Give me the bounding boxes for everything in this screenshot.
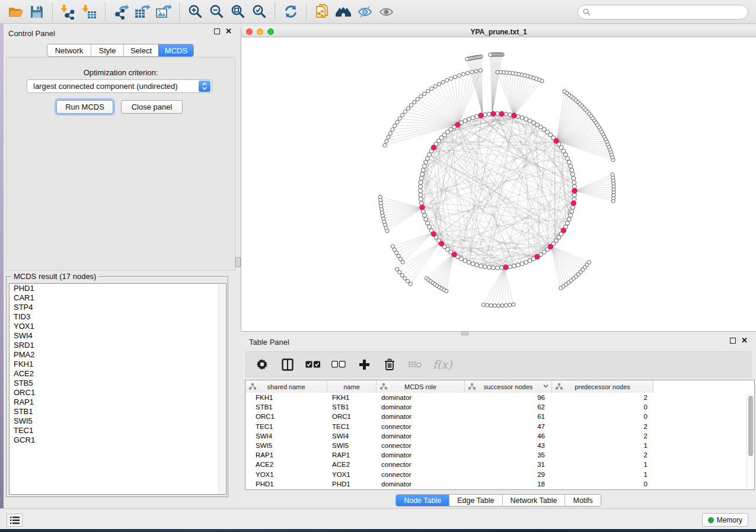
table-scrollbar[interactable] <box>747 393 754 489</box>
tab-network-table[interactable]: Network Table <box>502 495 565 506</box>
mcds-list-scrollbar[interactable] <box>218 284 225 495</box>
zoom-fit-icon[interactable] <box>227 2 248 22</box>
tab-style[interactable]: Style <box>91 44 123 56</box>
table-row[interactable]: SWI5SWI5connector431 <box>245 441 653 450</box>
mcds-result-item[interactable]: FKH1 <box>9 360 226 369</box>
mcds-result-item[interactable]: GCR1 <box>9 435 226 445</box>
table-row[interactable]: SWI4SWI4dominator462 <box>245 431 653 441</box>
split-view-icon[interactable] <box>280 357 295 372</box>
tab-edge-table[interactable]: Edge Table <box>449 495 502 506</box>
mcds-result-item[interactable]: STP4 <box>9 303 226 312</box>
float-table-panel-icon[interactable] <box>730 338 736 344</box>
mcds-result-item[interactable]: STB5 <box>9 379 226 388</box>
close-panel-button[interactable]: Close panel <box>121 100 183 114</box>
table-cell: 1 <box>552 441 653 450</box>
column-header-MCDS-role[interactable]: MCDS role <box>377 380 465 393</box>
delete-column-icon[interactable] <box>382 357 397 372</box>
export-image-icon[interactable] <box>153 2 174 22</box>
search-icon <box>583 8 591 16</box>
open-network-icon[interactable] <box>5 2 26 22</box>
search-input[interactable] <box>594 8 736 17</box>
table-cell: 35 <box>465 450 552 460</box>
task-history-button[interactable] <box>7 514 23 527</box>
tab-motifs[interactable]: Motifs <box>564 495 600 506</box>
tab-select[interactable]: Select <box>123 44 158 56</box>
network-canvas[interactable] <box>241 37 756 331</box>
table-cell: dominator <box>377 450 465 460</box>
minimize-window-icon[interactable] <box>257 28 263 35</box>
table-row[interactable]: PHD1PHD1dominator180 <box>245 479 653 489</box>
node-table-header: shared namenameMCDS rolesuccessor nodesp… <box>245 380 653 393</box>
add-column-icon[interactable] <box>356 357 372 372</box>
status-bar: Memory <box>0 508 756 529</box>
tab-node-table[interactable]: Node Table <box>396 495 449 506</box>
column-header-successor-nodes[interactable]: successor nodes <box>465 380 552 393</box>
mcds-result-item[interactable]: SWI5 <box>9 416 226 426</box>
table-scrollbar-thumb[interactable] <box>748 396 753 456</box>
mcds-result-item[interactable]: PHD1 <box>9 284 226 293</box>
export-table-icon[interactable] <box>132 2 153 22</box>
zoom-out-icon[interactable] <box>206 2 227 22</box>
table-cell: 29 <box>465 470 552 479</box>
memory-button[interactable]: Memory <box>702 513 748 527</box>
mcds-result-item[interactable]: TID3 <box>9 312 226 322</box>
search-network-icon[interactable] <box>333 2 354 22</box>
mcds-result-list[interactable]: PHD1CAR1STP4TID3YOX1SWI4SRD1PMA2FKH1ACE2… <box>9 283 227 495</box>
network-titlebar[interactable]: YPA_prune.txt_1 <box>241 27 756 37</box>
network-window-title: YPA_prune.txt_1 <box>241 27 756 37</box>
mcds-result-item[interactable]: SWI4 <box>9 331 226 341</box>
criterion-dropdown[interactable]: largest connected component (undirected) <box>27 79 212 93</box>
mcds-result-item[interactable]: CAR1 <box>9 293 226 303</box>
column-header-name[interactable]: name <box>327 380 377 393</box>
clone-network-icon[interactable] <box>311 2 333 22</box>
table-row[interactable]: YOX1YOX1connector291 <box>245 470 653 479</box>
hide-unselected-icon[interactable] <box>354 2 375 22</box>
mcds-result-item[interactable]: ORC1 <box>9 388 226 398</box>
table-row[interactable]: ACE2ACE2connector311 <box>245 460 653 469</box>
tab-mcds[interactable]: MCDS <box>158 44 193 56</box>
network-graph <box>241 37 756 331</box>
search-field[interactable] <box>578 5 748 20</box>
column-header-shared-name[interactable]: shared name <box>245 380 327 393</box>
mcds-result-item[interactable]: TEC1 <box>9 426 226 435</box>
vertical-splitter-grip[interactable] <box>235 257 241 267</box>
network-window: YPA_prune.txt_1 <box>241 27 756 332</box>
mcds-result-item[interactable]: STB1 <box>9 407 226 416</box>
tab-network[interactable]: Network <box>47 44 91 56</box>
table-row[interactable]: FKH1FKH1dominator962 <box>245 393 653 402</box>
import-network-icon[interactable] <box>58 2 79 22</box>
import-table-icon[interactable] <box>79 2 100 22</box>
mcds-result-item[interactable]: SRD1 <box>9 341 226 350</box>
settings-icon[interactable] <box>254 357 270 372</box>
table-row[interactable]: RAP1RAP1dominator352 <box>245 450 653 460</box>
zoom-selected-icon[interactable] <box>248 2 270 22</box>
deselect-all-icon[interactable] <box>331 357 346 372</box>
table-row[interactable]: ORC1ORC1dominator610 <box>245 412 653 421</box>
mcds-result-item[interactable]: ACE2 <box>9 369 226 379</box>
mcds-result-item[interactable]: PMA2 <box>9 350 226 360</box>
refresh-view-icon[interactable] <box>280 2 301 22</box>
table-tabs: Node TableEdge TableNetwork TableMotifs <box>395 494 601 507</box>
mcds-result-item[interactable]: YOX1 <box>9 322 226 331</box>
close-window-icon[interactable] <box>246 28 253 35</box>
function-builder-icon: f(x) <box>433 358 452 371</box>
column-header-predecessor-nodes[interactable]: predecessor nodes <box>552 380 653 393</box>
table-row[interactable]: TEC1TEC1connector472 <box>245 422 653 431</box>
close-panel-icon[interactable]: ✕ <box>225 28 232 34</box>
mcds-result-title: MCDS result (17 nodes) <box>11 272 98 281</box>
memory-label: Memory <box>717 516 742 524</box>
close-table-panel-icon[interactable]: ✕ <box>741 338 748 344</box>
export-network-icon[interactable] <box>110 2 132 22</box>
mcds-result-item[interactable]: RAP1 <box>9 398 226 407</box>
table-row[interactable]: STB1STB1dominator620 <box>245 402 653 412</box>
zoom-in-icon[interactable] <box>184 2 206 22</box>
select-all-icon[interactable] <box>305 357 321 372</box>
show-all-icon[interactable] <box>375 2 397 22</box>
dropdown-stepper-icon <box>199 81 210 92</box>
save-session-icon[interactable] <box>26 2 47 22</box>
maximize-window-icon[interactable] <box>267 28 274 35</box>
run-mcds-button[interactable]: Run MCDS <box>56 100 113 114</box>
table-cell: 18 <box>465 479 552 489</box>
table-cell: connector <box>377 470 465 479</box>
float-panel-icon[interactable] <box>214 28 220 34</box>
